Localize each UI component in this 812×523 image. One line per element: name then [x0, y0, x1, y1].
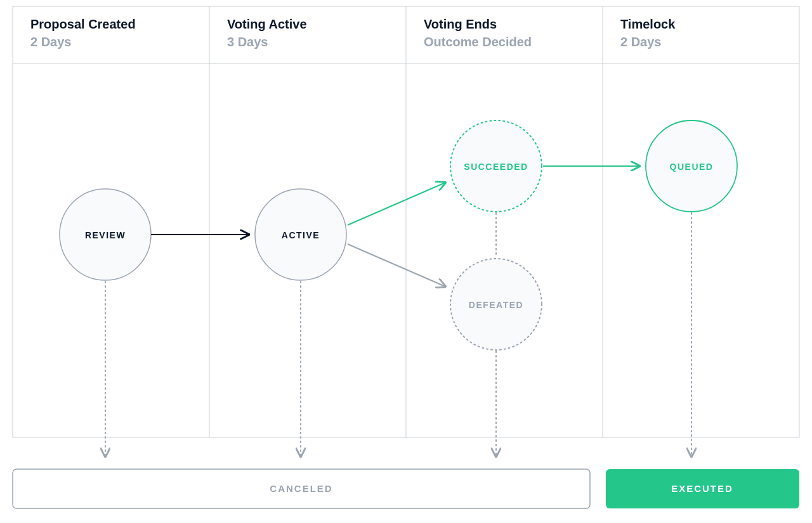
col2-title: Voting Ends [424, 17, 497, 31]
col3-title: Timelock [620, 17, 676, 31]
node-defeated: DEFEATED [450, 259, 542, 350]
col2-subtitle: Outcome Decided [424, 35, 532, 49]
col0-title: Proposal Created [30, 17, 136, 31]
edge-active-succeeded [348, 183, 445, 225]
node-review-label: REVIEW [85, 230, 126, 240]
col0-subtitle: 2 Days [30, 35, 72, 49]
column-header-1: Voting Active 3 Days [227, 17, 307, 49]
edge-active-defeated [348, 244, 445, 287]
node-succeeded-label: SUCCEEDED [464, 162, 528, 172]
node-active-label: ACTIVE [282, 230, 320, 240]
column-header-2: Voting Ends Outcome Decided [424, 17, 532, 49]
terminal-canceled-label: CANCELED [270, 483, 332, 494]
col1-title: Voting Active [227, 17, 307, 31]
terminal-canceled: CANCELED [13, 469, 590, 508]
node-queued-label: QUEUED [670, 162, 714, 172]
governance-lifecycle-diagram: Proposal Created 2 Days Voting Active 3 … [0, 0, 812, 523]
node-defeated-label: DEFEATED [469, 300, 523, 310]
node-queued: QUEUED [646, 120, 737, 212]
node-review: REVIEW [60, 189, 151, 280]
column-header-0: Proposal Created 2 Days [30, 17, 136, 49]
col1-subtitle: 3 Days [227, 35, 268, 49]
col3-subtitle: 2 Days [620, 35, 662, 49]
terminal-executed: EXECUTED [606, 469, 799, 508]
node-active: ACTIVE [255, 189, 346, 280]
node-succeeded: SUCCEEDED [450, 120, 542, 212]
column-header-3: Timelock 2 Days [620, 17, 676, 49]
terminal-executed-label: EXECUTED [671, 483, 733, 494]
